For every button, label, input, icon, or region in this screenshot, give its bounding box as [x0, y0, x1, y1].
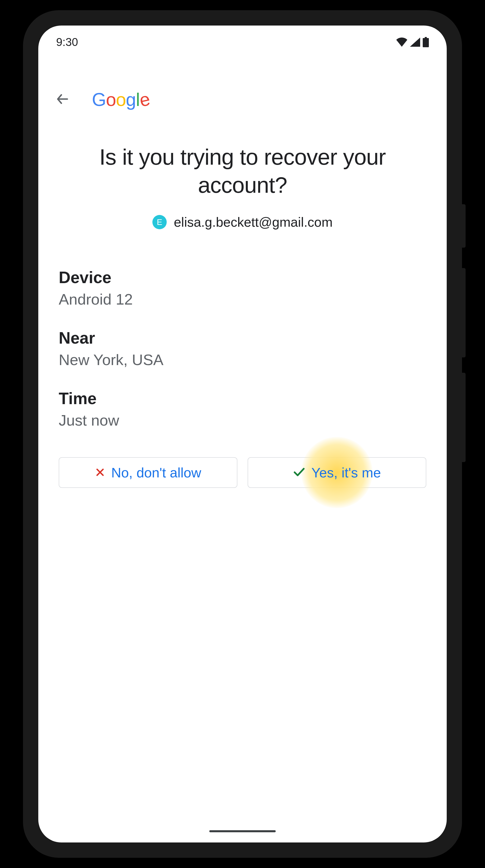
allow-label: Yes, it's me: [312, 465, 381, 480]
allow-button[interactable]: Yes, it's me: [248, 457, 426, 488]
x-icon: [95, 465, 105, 480]
phone-volume-down: [462, 373, 465, 462]
phone-volume-up: [462, 268, 465, 358]
cellular-icon: [410, 37, 420, 47]
check-icon: [293, 465, 305, 480]
status-icons: [396, 37, 429, 47]
wifi-icon: [396, 37, 408, 47]
near-label: Near: [59, 329, 426, 347]
home-indicator[interactable]: [209, 830, 276, 832]
time-label: Time: [59, 389, 426, 408]
time-value: Just now: [59, 411, 426, 429]
app-header: Google: [38, 84, 447, 115]
phone-frame: 9:30 Google: [23, 10, 462, 858]
detail-near: Near New York, USA: [59, 329, 426, 369]
detail-device: Device Android 12: [59, 268, 426, 308]
content: Is it you trying to recover your account…: [59, 143, 426, 488]
google-logo: Google: [92, 89, 150, 110]
account-chip[interactable]: E elisa.g.beckett@gmail.com: [59, 214, 426, 230]
back-button[interactable]: [54, 91, 71, 108]
avatar: E: [152, 215, 167, 229]
arrow-left-icon: [55, 92, 70, 107]
deny-label: No, don't allow: [111, 465, 201, 480]
status-time: 9:30: [56, 36, 78, 49]
device-value: Android 12: [59, 290, 426, 308]
status-bar: 9:30: [38, 26, 447, 59]
near-value: New York, USA: [59, 351, 426, 369]
battery-icon: [423, 37, 429, 47]
action-buttons: No, don't allow Yes, it's me: [59, 457, 426, 488]
page-title: Is it you trying to recover your account…: [59, 143, 426, 199]
detail-time: Time Just now: [59, 389, 426, 429]
phone-side-button: [462, 204, 465, 248]
account-email: elisa.g.beckett@gmail.com: [174, 214, 333, 230]
device-label: Device: [59, 268, 426, 287]
screen: 9:30 Google: [38, 26, 447, 842]
deny-button[interactable]: No, don't allow: [59, 457, 237, 488]
